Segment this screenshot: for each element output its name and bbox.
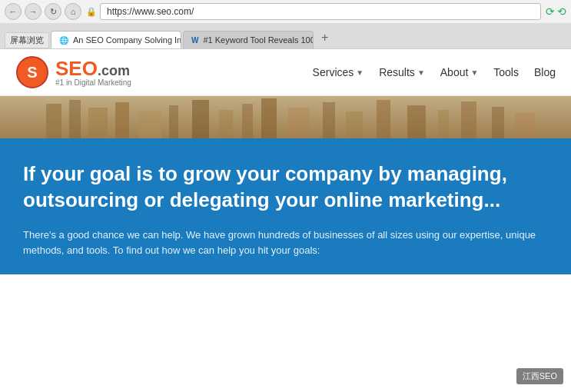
logo-seo-word: SEO [55,57,98,80]
refresh-icons: ⟳ ⟲ [546,5,566,18]
ssl-icon: 🔒 [86,7,97,17]
nav-buttons: ← → ↻ ⌂ [5,3,81,20]
nav-results-label: Results [379,66,415,78]
home-button[interactable]: ⌂ [65,3,81,20]
logo-dotcom: .com [98,63,130,78]
refresh-icon-1[interactable]: ⟳ [546,5,555,18]
city-bg [0,96,571,138]
tab-2[interactable]: W #1 Keyword Tool Reveals 1000's... ✕ [183,31,314,48]
hero-headline: If your goal is to grow your company by … [23,161,548,214]
nav-services-chevron: ▼ [356,68,364,77]
sidebar-label: 屏幕浏览 [5,32,49,48]
main-nav: Services ▼ Results ▼ About ▼ Tools Blog [313,66,556,78]
tab-1-label: An SEO Company Solving Inter... [73,35,181,45]
blue-hero-section: If your goal is to grow your company by … [0,138,571,274]
logo-text: SEO.com #1 in Digital Marketing [55,58,131,87]
svg-rect-22 [0,96,571,138]
new-tab-button[interactable]: + [315,27,334,48]
nav-tools-label: Tools [493,66,519,78]
reload-button[interactable]: ↻ [45,3,61,20]
refresh-icon-2[interactable]: ⟲ [557,5,566,18]
tab-1-favicon: 🌐 [59,36,68,45]
nav-services-label: Services [313,66,354,78]
forward-button[interactable]: → [25,3,41,20]
tab-2-label: #1 Keyword Tool Reveals 1000's... [203,35,314,45]
tabs-row: 屏幕浏览 🌐 An SEO Company Solving Inter... ✕… [0,24,571,48]
logo-seo-text: SEO.com [55,58,131,78]
city-skyline-svg [0,96,571,138]
address-bar-input[interactable] [100,3,541,20]
watermark: 江西SEO [516,368,563,384]
logo-tagline: #1 in Digital Marketing [55,78,131,87]
nav-item-about[interactable]: About ▼ [440,66,479,78]
nav-item-results[interactable]: Results ▼ [379,66,425,78]
address-bar-row: ← → ↻ ⌂ 🔒 ⟳ ⟲ [0,0,571,24]
nav-item-services[interactable]: Services ▼ [313,66,364,78]
nav-about-chevron: ▼ [470,68,478,77]
tab-2-favicon: W [191,36,198,45]
hero-image [0,96,571,138]
website-content: S SEO.com #1 in Digital Marketing Servic… [0,49,571,274]
nav-about-label: About [440,66,469,78]
nav-item-blog[interactable]: Blog [534,66,556,78]
nav-results-chevron: ▼ [417,68,425,77]
tab-1[interactable]: 🌐 An SEO Company Solving Inter... ✕ [51,31,181,48]
browser-chrome: ← → ↻ ⌂ 🔒 ⟳ ⟲ 屏幕浏览 🌐 An SEO Company Solv… [0,0,571,49]
site-logo: S SEO.com #1 in Digital Marketing [15,55,313,89]
logo-icon-svg: S [15,55,49,89]
hero-subtext: There's a good chance we can help. We ha… [23,228,548,260]
site-nav: S SEO.com #1 in Digital Marketing Servic… [0,49,571,96]
nav-item-tools[interactable]: Tools [493,66,519,78]
svg-text:S: S [27,64,37,81]
nav-blog-label: Blog [534,66,556,78]
back-button[interactable]: ← [5,3,22,20]
